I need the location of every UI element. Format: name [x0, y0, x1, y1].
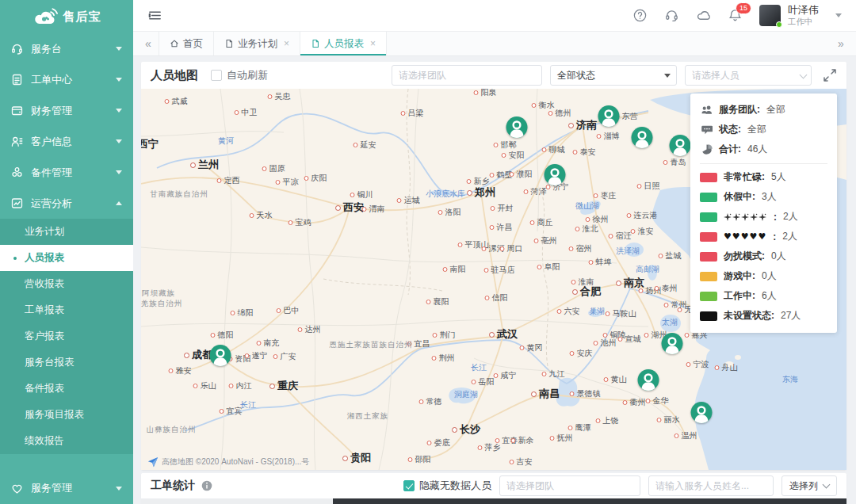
sidebar-subitem-工单报表[interactable]: 工单报表 — [0, 297, 133, 323]
collapse-menu-icon[interactable] — [147, 8, 162, 23]
chevron-down-icon — [116, 139, 122, 143]
hide-empty-checkbox[interactable]: 隐藏无数据人员 — [403, 479, 491, 493]
sidebar-subitem-人员报表[interactable]: 人员报表 — [0, 245, 133, 271]
status-select-value: 全部状态 — [557, 69, 595, 82]
hide-empty-label: 隐藏无数据人员 — [419, 479, 491, 493]
checkbox-icon[interactable] — [211, 70, 222, 81]
person-marker[interactable] — [661, 332, 684, 355]
sidebar-subitem-label: 业务计划 — [25, 225, 64, 239]
stats-title: 工单统计 — [151, 479, 195, 493]
sidebar-item-label: 运营分析 — [31, 197, 72, 211]
content: 人员地图 自动刷新 全部状态 — [133, 56, 856, 504]
tab-首页[interactable]: 首页 — [159, 32, 213, 55]
sidebar: 售后宝 服务台工单中心财务管理客户信息备件管理运营分析业务计划人员报表营收报表工… — [0, 0, 133, 504]
stats-person-name-input[interactable] — [648, 475, 774, 496]
file-icon — [311, 39, 320, 48]
close-tab-icon[interactable]: × — [370, 38, 376, 49]
attribution-text: 高德地图 ©2020 AutoNavi - GS(2018)...号 — [162, 456, 309, 468]
sidebar-subitem-客户报表[interactable]: 客户报表 — [0, 323, 133, 349]
person-marker[interactable] — [637, 368, 660, 391]
legend-summary-row: 状态:全部 — [700, 120, 827, 139]
sidebar-subitem-服务项目报表[interactable]: 服务项目报表 — [0, 402, 133, 428]
tabs-scroll-right-icon[interactable]: » — [831, 32, 851, 55]
person-marker[interactable] — [598, 105, 621, 128]
stats-team-select-input[interactable] — [499, 475, 640, 496]
sidebar-item-工单中心[interactable]: 工单中心 — [0, 64, 133, 95]
top-header: 15 叶泽伟 工作中 — [133, 0, 856, 32]
fullscreen-expand-icon[interactable] — [823, 68, 837, 82]
legend-value: 全部 — [747, 123, 766, 136]
status-select[interactable]: 全部状态 — [550, 65, 677, 86]
cloud-icon[interactable] — [696, 8, 711, 23]
sidebar-item-label: 客户信息 — [31, 135, 72, 149]
status-color-swatch — [700, 252, 717, 262]
status-color-swatch — [700, 173, 717, 182]
person-marker[interactable] — [544, 163, 567, 186]
sidebar-item-label: 工单中心 — [31, 73, 72, 87]
legend-label: 非常忙碌: — [724, 170, 765, 184]
user-info[interactable]: 叶泽伟 工作中 — [788, 4, 819, 26]
person-select-input[interactable] — [685, 65, 812, 86]
sidebar-item-label: 财务管理 — [31, 104, 72, 118]
map-canvas[interactable]: 西宁兰州西安郑州济南武汉南京合肥上海重庆长沙南昌贵阳成都武威中卫吴忠定西固原平凉… — [141, 89, 846, 470]
headset-icon[interactable] — [664, 8, 679, 23]
legend-label: 合计: — [719, 143, 741, 156]
sidebar-item-运营分析[interactable]: 运营分析 — [0, 188, 133, 219]
person-marker[interactable] — [669, 134, 692, 157]
tabs: 首页业务计划×人员报表× — [159, 32, 387, 55]
chevron-down-icon — [116, 170, 122, 174]
legend-value: 5人 — [771, 170, 786, 184]
sidebar-subitem-服务台报表[interactable]: 服务台报表 — [0, 349, 133, 376]
close-tab-icon[interactable]: × — [284, 38, 289, 49]
legend-status-row: 未设置状态:27人 — [700, 306, 827, 326]
team-select-input[interactable] — [392, 65, 542, 86]
spare-parts-icon — [10, 166, 24, 179]
sidebar-item-客户信息[interactable]: 客户信息 — [0, 126, 133, 157]
avatar[interactable] — [759, 5, 781, 26]
sidebar-subitem-营收报表[interactable]: 营收报表 — [0, 271, 133, 297]
status-color-swatch — [700, 232, 717, 242]
tab-label: 首页 — [183, 37, 203, 51]
info-icon[interactable] — [201, 480, 212, 491]
sidebar-subitem-label: 工单报表 — [25, 304, 64, 317]
checkbox-checked-icon[interactable] — [403, 480, 415, 491]
sidebar-subitem-业务计划[interactable]: 业务计划 — [0, 219, 133, 245]
tabs-scroll-left-icon[interactable]: « — [138, 32, 159, 55]
legend-value: 全部 — [766, 103, 785, 116]
sidebar-item-服务台[interactable]: 服务台 — [0, 33, 133, 64]
sidebar-item-备件管理[interactable]: 备件管理 — [0, 157, 133, 188]
tab-业务计划[interactable]: 业务计划× — [213, 32, 300, 55]
person-marker[interactable] — [631, 126, 654, 149]
caret-down-icon — [664, 74, 671, 78]
tab-label: 人员报表 — [324, 37, 364, 51]
select-columns-label: 选择列 — [789, 479, 818, 493]
sidebar-subitem-备件报表[interactable]: 备件报表 — [0, 376, 133, 402]
select-columns-button[interactable]: 选择列 — [781, 475, 837, 496]
stats-table-strip — [141, 498, 846, 504]
status-icon — [700, 124, 713, 136]
user-menu-caret-icon[interactable] — [835, 13, 842, 17]
map-legend-panel: 服务团队:全部状态:全部合计:46人非常忙碌:5人休假中:3人:2人♥♥♥♥♥:… — [690, 94, 837, 333]
auto-refresh-checkbox[interactable]: 自动刷新 — [211, 68, 268, 82]
autonavi-logo-icon — [147, 456, 159, 468]
person-marker[interactable] — [506, 116, 529, 139]
tab-人员报表[interactable]: 人员报表× — [300, 32, 387, 55]
legend-value: 46人 — [747, 143, 767, 156]
legend-status-row: ♥♥♥♥♥:2人 — [700, 227, 827, 246]
table-strip-left — [141, 498, 333, 504]
legend-status-row: :2人 — [700, 207, 827, 227]
legend-label: 勿扰模式: — [724, 250, 765, 263]
person-marker[interactable] — [690, 401, 713, 424]
person-marker[interactable] — [209, 344, 232, 367]
team-icon — [700, 104, 713, 116]
stats-toolbar: 工单统计 隐藏无数据人员 选择列 — [141, 473, 846, 498]
sidebar-item-服务管理[interactable]: 服务管理 — [0, 472, 133, 504]
sidebar-subitem-绩效报告[interactable]: 绩效报告 — [0, 428, 133, 454]
legend-label: : — [774, 212, 777, 223]
sidebar-item-财务管理[interactable]: 财务管理 — [0, 95, 133, 126]
sidebar-subitem-label: 备件报表 — [25, 382, 64, 395]
notifications-bell-icon[interactable]: 15 — [728, 8, 743, 23]
sidebar-subitem-label: 客户报表 — [25, 330, 64, 343]
help-icon[interactable] — [632, 8, 648, 23]
sidebar-subitem-label: 营收报表 — [25, 277, 64, 291]
